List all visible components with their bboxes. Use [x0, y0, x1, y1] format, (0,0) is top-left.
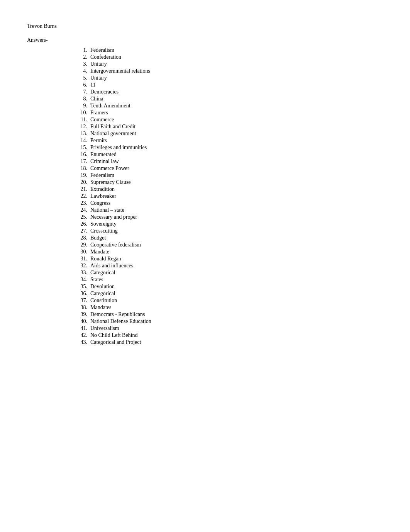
item-number: 3.	[73, 61, 87, 67]
item-text: Constitution	[90, 297, 117, 304]
item-number: 19.	[73, 172, 87, 178]
list-item: 12.Full Faith and Credit	[73, 124, 383, 130]
item-number: 36.	[73, 291, 87, 297]
item-number: 33.	[73, 270, 87, 276]
item-text: Extradition	[90, 186, 115, 192]
item-number: 20.	[73, 179, 87, 185]
item-text: China	[90, 96, 103, 102]
list-item: 39.Democrats - Republicans	[73, 311, 383, 318]
item-number: 28.	[73, 235, 87, 241]
item-number: 1.	[73, 47, 87, 53]
item-number: 17.	[73, 158, 87, 165]
item-text: 11	[90, 82, 95, 88]
item-text: Congress	[90, 200, 110, 206]
item-text: Categorical and Project	[90, 339, 141, 345]
item-text: Criminal law	[90, 158, 119, 165]
list-item: 13.National government	[73, 131, 383, 137]
list-item: 3.Unitary	[73, 61, 383, 67]
item-number: 24.	[73, 207, 87, 213]
list-item: 9.Tenth Amendment	[73, 103, 383, 109]
item-text: Cooperative federalism	[90, 242, 141, 248]
item-text: Mandates	[90, 304, 111, 311]
list-item: 24.National – state	[73, 207, 383, 213]
item-number: 10.	[73, 110, 87, 116]
item-text: Enumerated	[90, 151, 117, 158]
list-item: 6.11	[73, 82, 383, 88]
list-item: 19.Federalism	[73, 172, 383, 178]
list-item: 42.No Child Left Behind	[73, 332, 383, 338]
item-number: 14.	[73, 138, 87, 144]
item-text: Democrats - Republicans	[90, 311, 145, 318]
list-item: 5.Unitary	[73, 75, 383, 81]
item-text: Budget	[90, 235, 106, 241]
list-item: 14.Permits	[73, 138, 383, 144]
item-number: 35.	[73, 284, 87, 290]
item-number: 22.	[73, 193, 87, 199]
list-item: 26.Sovereignty	[73, 221, 383, 227]
item-text: Privileges and immunities	[90, 144, 147, 151]
item-text: Democracies	[90, 89, 119, 95]
list-item: 17.Criminal law	[73, 158, 383, 165]
list-item: 28.Budget	[73, 235, 383, 241]
item-text: Unitary	[90, 75, 107, 81]
answers-label: Answers-	[27, 37, 383, 43]
item-number: 23.	[73, 200, 87, 206]
list-item: 25.Necessary and proper	[73, 214, 383, 220]
item-text: Mandate	[90, 249, 109, 255]
list-item: 4.Intergovernmental relations	[73, 68, 383, 74]
list-item: 37.Constitution	[73, 297, 383, 304]
item-text: Ronald Regan	[90, 256, 121, 262]
item-number: 9.	[73, 103, 87, 109]
item-number: 42.	[73, 332, 87, 338]
item-text: No Child Left Behind	[90, 332, 138, 338]
item-number: 27.	[73, 228, 87, 234]
item-text: Sovereignty	[90, 221, 117, 227]
list-item: 21.Extradition	[73, 186, 383, 192]
list-item: 38.Mandates	[73, 304, 383, 311]
list-item: 34.States	[73, 277, 383, 283]
item-text: Universalism	[90, 325, 119, 331]
list-item: 29.Cooperative federalism	[73, 242, 383, 248]
item-number: 21.	[73, 186, 87, 192]
item-text: Full Faith and Credit	[90, 124, 136, 130]
list-item: 8.China	[73, 96, 383, 102]
item-number: 29.	[73, 242, 87, 248]
item-text: Aids and influences	[90, 263, 133, 269]
list-item: 1.Federalism	[73, 47, 383, 53]
item-number: 26.	[73, 221, 87, 227]
item-number: 25.	[73, 214, 87, 220]
item-number: 31.	[73, 256, 87, 262]
list-item: 16.Enumerated	[73, 151, 383, 158]
list-item: 23.Congress	[73, 200, 383, 206]
list-item: 30.Mandate	[73, 249, 383, 255]
list-item: 11.Commerce	[73, 117, 383, 123]
item-text: States	[90, 277, 103, 283]
list-item: 36.Categorical	[73, 291, 383, 297]
item-text: Unitary	[90, 61, 107, 67]
item-number: 6.	[73, 82, 87, 88]
item-text: Necessary and proper	[90, 214, 137, 220]
item-text: Crosscutting	[90, 228, 118, 234]
list-item: 35.Devolution	[73, 284, 383, 290]
list-item: 10.Framers	[73, 110, 383, 116]
item-number: 15.	[73, 144, 87, 151]
list-item: 32.Aids and influences	[73, 263, 383, 269]
item-number: 8.	[73, 96, 87, 102]
author-name: Trevon Burns	[27, 23, 383, 29]
item-text: Supremacy Clause	[90, 179, 131, 185]
item-text: National – state	[90, 207, 124, 213]
item-text: Categorical	[90, 291, 115, 297]
list-item: 20.Supremacy Clause	[73, 179, 383, 185]
item-number: 38.	[73, 304, 87, 311]
item-number: 16.	[73, 151, 87, 158]
item-text: Confederation	[90, 54, 121, 60]
item-text: Devolution	[90, 284, 115, 290]
list-item: 7.Democracies	[73, 89, 383, 95]
item-number: 30.	[73, 249, 87, 255]
item-number: 34.	[73, 277, 87, 283]
item-number: 37.	[73, 297, 87, 304]
item-number: 41.	[73, 325, 87, 331]
list-item: 15.Privileges and immunities	[73, 144, 383, 151]
item-number: 12.	[73, 124, 87, 130]
list-item: 18.Commerce Power	[73, 165, 383, 172]
